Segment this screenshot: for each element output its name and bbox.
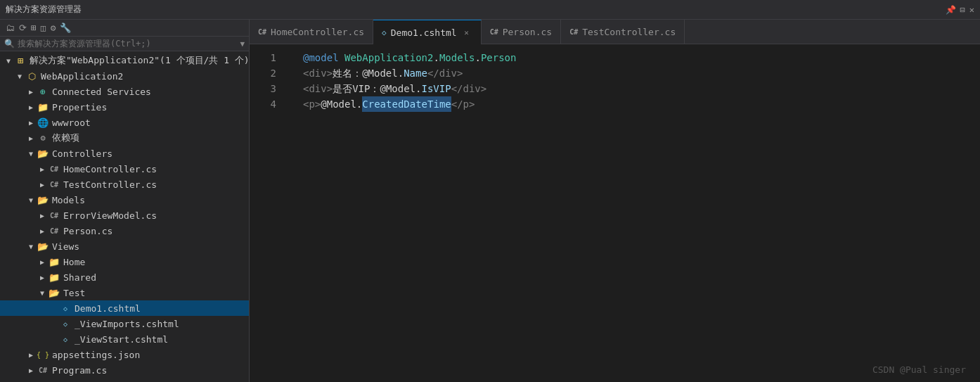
p-close: </p> — [451, 96, 475, 112]
main-layout: 🗂 ⟳ ⊞ ◫ ⚙ 🔧 🔍 ▼ ▼ ⊞ 解决方案"WebApplication2… — [0, 20, 980, 382]
sidebar-item-test[interactable]: ▼ 📂 Test — [0, 285, 249, 300]
tab-testcontroller[interactable]: C# TestController.cs — [561, 20, 685, 44]
sidebar-item-properties[interactable]: ▶ 📁 Properties — [0, 99, 249, 115]
cshtml-tab-icon-demo1: ◇ — [382, 28, 387, 37]
sidebar-item-errorviewmodel[interactable]: ▶ C# ErrorViewModel.cs — [0, 208, 249, 223]
testcontroller-label: TestController.cs — [63, 179, 157, 190]
properties-label: Properties — [52, 102, 107, 113]
tab-demo1-label: Demo1.cshtml — [391, 27, 457, 38]
sidebar-item-connected-services[interactable]: ▶ ⊕ Connected Services — [0, 84, 249, 99]
tab-testcontroller-label: TestController.cs — [582, 27, 676, 37]
title-bar-icons: 📌 ⊟ ✕ — [946, 5, 974, 15]
tab-demo1-close[interactable]: ✕ — [461, 27, 472, 38]
sidebar-item-viewstart[interactable]: ◇ _ViewStart.cshtml — [0, 331, 249, 347]
sidebar-search-bar[interactable]: 🔍 ▼ — [0, 37, 249, 51]
search-options-icon[interactable]: ▼ — [240, 39, 245, 49]
views-icon: 📂 — [37, 241, 49, 252]
sidebar-item-appsettings[interactable]: ▶ { } appsettings.json — [0, 347, 249, 362]
deps-label: 依赖项 — [52, 132, 79, 144]
solution-icon: ⊞ — [14, 55, 27, 66]
editor-area: C# HomeController.cs ◇ Demo1.cshtml ✕ C#… — [250, 20, 980, 382]
json-icon: { } — [37, 349, 49, 360]
viewstart-label: _ViewStart.cshtml — [75, 334, 168, 345]
show-all-icon[interactable]: ◫ — [41, 23, 46, 33]
cs-icon-program: C# — [37, 364, 49, 376]
homecontroller-label: HomeController.cs — [63, 164, 157, 174]
settings-icon[interactable]: 🔧 — [60, 23, 71, 33]
dock-icon[interactable]: ⊟ — [960, 5, 965, 15]
at-model-vip: @Model. — [380, 81, 421, 96]
sidebar-item-home[interactable]: ▶ 📁 Home — [0, 254, 249, 269]
tab-bar: C# HomeController.cs ◇ Demo1.cshtml ✕ C#… — [250, 20, 980, 44]
wwwroot-arrow: ▶ — [25, 119, 37, 127]
line-numbers: 1 2 3 4 — [250, 44, 285, 382]
tab-demo1[interactable]: ◇ Demo1.cshtml ✕ — [373, 20, 482, 44]
program-arrow: ▶ — [25, 367, 37, 374]
sidebar-item-controllers[interactable]: ▼ 📂 Controllers — [0, 146, 249, 161]
wwwroot-label: wwwroot — [52, 117, 91, 128]
code-line-4: <p> @Model. CreatedDateTime </p> — [303, 96, 980, 112]
new-solution-icon[interactable]: 🗂 — [6, 23, 15, 33]
cs-icon-home: C# — [48, 163, 60, 174]
shared-arrow: ▶ — [37, 274, 48, 281]
cs-tab-icon-home: C# — [258, 28, 266, 36]
tab-homecontroller-label: HomeController.cs — [271, 27, 364, 37]
refresh-icon[interactable]: ⟳ — [19, 23, 27, 33]
controllers-icon: 📂 — [37, 148, 49, 159]
wwwroot-icon: 🌐 — [37, 117, 49, 128]
sidebar-tree: ▼ ⊞ 解决方案"WebApplication2"(1 个项目/共 1 个) ▼… — [0, 51, 249, 382]
line-num-4: 4 — [250, 96, 276, 112]
sidebar: 🗂 ⟳ ⊞ ◫ ⚙ 🔧 🔍 ▼ ▼ ⊞ 解决方案"WebApplication2… — [0, 20, 250, 382]
shared-folder-icon: 📁 — [48, 272, 60, 283]
sidebar-item-demo1[interactable]: ◇ Demo1.cshtml — [0, 300, 249, 316]
namespace-webapp: WebApplication2 — [344, 50, 433, 65]
sidebar-item-deps[interactable]: ▶ ⚙ 依赖项 — [0, 130, 249, 146]
person-arrow: ▶ — [37, 227, 48, 235]
sidebar-item-testcontroller[interactable]: ▶ C# TestController.cs — [0, 177, 249, 192]
errorviewmodel-label: ErrorViewModel.cs — [63, 210, 157, 221]
views-arrow: ▼ — [25, 243, 37, 250]
text-vip: 是否VIP： — [333, 81, 380, 96]
tab-person[interactable]: C# Person.cs — [482, 20, 562, 44]
program-label: Program.cs — [52, 365, 107, 376]
code-editor[interactable]: 1 2 3 4 @model WebApplication2 . Models … — [250, 44, 980, 382]
sidebar-item-program[interactable]: ▶ C# Program.cs — [0, 362, 249, 378]
deps-icon: ⚙ — [37, 132, 49, 144]
shared-folder-label: Shared — [63, 272, 96, 283]
at-model-dt: @Model. — [321, 96, 362, 112]
filter-icon[interactable]: ⚙ — [51, 23, 56, 33]
appsettings-label: appsettings.json — [52, 350, 140, 360]
cs-tab-icon-testctrl: C# — [569, 28, 578, 36]
sidebar-item-wwwroot[interactable]: ▶ 🌐 wwwroot — [0, 115, 249, 130]
keyword-model: @model — [303, 50, 344, 65]
text-name: 姓名： — [333, 65, 362, 81]
sidebar-item-person[interactable]: ▶ C# Person.cs — [0, 223, 249, 238]
code-content[interactable]: @model WebApplication2 . Models . Person… — [295, 44, 980, 382]
pin-icon[interactable]: 📌 — [946, 5, 956, 15]
close-window-icon[interactable]: ✕ — [969, 5, 974, 15]
line-num-1: 1 — [250, 50, 276, 65]
tab-homecontroller[interactable]: C# HomeController.cs — [250, 20, 373, 44]
models-icon: 📂 — [37, 194, 49, 205]
div-close-2: </div> — [451, 81, 487, 96]
errorviewmodel-arrow: ▶ — [37, 212, 48, 219]
models-label: Models — [52, 195, 85, 205]
project-node[interactable]: ▼ ⬡ WebApplication2 — [0, 68, 249, 84]
dot-2: . — [475, 50, 480, 65]
solution-node[interactable]: ▼ ⊞ 解决方案"WebApplication2"(1 个项目/共 1 个) — [0, 53, 249, 68]
homecontroller-arrow: ▶ — [37, 165, 48, 173]
code-gutter — [285, 44, 295, 382]
sidebar-item-models[interactable]: ▼ 📂 Models — [0, 192, 249, 208]
collapse-icon[interactable]: ⊞ — [31, 23, 37, 33]
sidebar-item-views[interactable]: ▼ 📂 Views — [0, 238, 249, 254]
connected-label: Connected Services — [52, 87, 151, 97]
search-input[interactable] — [18, 39, 240, 49]
viewimports-label: _ViewImports.cshtml — [75, 319, 179, 329]
demo1-label: Demo1.cshtml — [75, 303, 141, 314]
dot-1: . — [433, 50, 439, 65]
sidebar-item-viewimports[interactable]: ◇ _ViewImports.cshtml — [0, 316, 249, 331]
sidebar-item-homecontroller[interactable]: ▶ C# HomeController.cs — [0, 161, 249, 177]
sidebar-toolbar-icons: 🗂 ⟳ ⊞ ◫ ⚙ 🔧 — [6, 23, 71, 33]
sidebar-item-shared[interactable]: ▶ 📁 Shared — [0, 269, 249, 285]
cs-tab-icon-person: C# — [490, 28, 498, 36]
